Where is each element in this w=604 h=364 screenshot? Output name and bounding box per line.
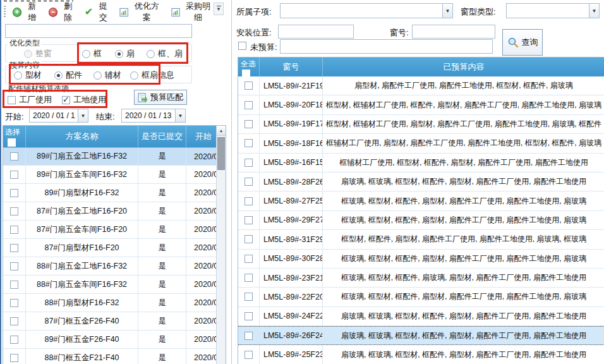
select-all-checkbox[interactable]: [242, 70, 250, 76]
row-select-cell[interactable]: [238, 327, 260, 344]
table-row[interactable]: 89#门框五金F26-F40是2020/0: [3, 331, 226, 349]
row-checkbox[interactable]: [10, 317, 18, 325]
row-select-cell[interactable]: [238, 211, 260, 229]
delete-button[interactable]: − 删除: [44, 0, 80, 25]
table-row[interactable]: 87#门扇五金工地F16-F20是2020/0: [3, 202, 226, 221]
table-row[interactable]: LM5L-89#-22F20框玻璃, 框型材, 框配件, 扇型材, 扇配件工厂使…: [238, 288, 604, 306]
radio-whole-window[interactable]: 整窗: [24, 48, 52, 59]
checkbox-site-use[interactable]: 工地使用: [62, 94, 106, 106]
submit-button[interactable]: ✔ 提交: [80, 0, 115, 25]
row-checkbox[interactable]: [245, 197, 253, 205]
not-budgeted-input[interactable]: [280, 39, 493, 54]
row-select-cell[interactable]: [238, 76, 260, 95]
radio-profile[interactable]: 型材: [14, 70, 42, 81]
row-select-cell[interactable]: [238, 115, 260, 133]
window-type-select[interactable]: ▼: [506, 3, 600, 18]
row-checkbox[interactable]: [245, 312, 253, 320]
table-row[interactable]: 88#门框五金F21-F40是2020/0: [3, 349, 226, 364]
install-pos-input[interactable]: [278, 25, 354, 39]
optimize-plan-button[interactable]: 优化方案: [115, 0, 167, 25]
table-row[interactable]: LM5L-89#-28F26扇玻璃, 框玻璃, 框型材, 框配件, 扇型材, 扇…: [238, 173, 604, 191]
window-no-header[interactable]: 窗号: [260, 58, 323, 76]
row-checkbox[interactable]: [245, 159, 253, 167]
table-row[interactable]: 88#门扇型材F16-F32是2020/0: [3, 294, 226, 312]
table-row[interactable]: LM5L-89#-18F16框辅材工厂使用, 扇型材, 扇配件工厂使用, 扇配件…: [238, 134, 604, 153]
row-select-cell[interactable]: [3, 331, 26, 348]
table-row[interactable]: 87#门框五金F26-F40是2020/0: [3, 312, 226, 331]
toolbar-overflow-button[interactable]: ▼: [214, 3, 224, 15]
row-checkbox[interactable]: [10, 262, 18, 270]
table-row[interactable]: 89#门扇五金工地F16-F32是2020/0: [3, 147, 226, 166]
row-select-cell[interactable]: [3, 221, 26, 238]
row-select-cell[interactable]: [3, 257, 26, 275]
table-row[interactable]: LM5L-89#-19F17框型材, 框辅材工厂使用, 扇型材, 扇配件工厂使用…: [238, 115, 604, 134]
sub-item-select[interactable]: ▼: [280, 3, 453, 18]
query-button[interactable]: 查询: [502, 29, 543, 56]
row-checkbox[interactable]: [10, 244, 18, 252]
row-select-cell[interactable]: [238, 191, 260, 210]
row-checkbox[interactable]: [10, 152, 18, 161]
panel-splitter[interactable]: [231, 0, 232, 364]
row-checkbox[interactable]: [245, 255, 253, 263]
table-row[interactable]: LM5L-89#-26F24扇玻璃, 框玻璃, 框型材, 框配件, 扇型材, 扇…: [238, 326, 604, 345]
table-row[interactable]: 88#门扇五金车间F16-F32是2020/0: [3, 276, 226, 294]
row-select-cell[interactable]: [238, 230, 260, 248]
table-row[interactable]: LM5L-89#-20F18框型材, 框辅材工厂使用, 框配件, 扇型材, 扇配…: [238, 95, 604, 114]
table-row[interactable]: LM5L-89#-23F21框玻璃, 框型材, 框配件, 扇玻璃, 扇型材, 扇…: [238, 269, 604, 288]
chevron-down-icon[interactable]: ▼: [442, 4, 452, 18]
row-select-cell[interactable]: [238, 345, 260, 363]
row-checkbox[interactable]: [245, 120, 253, 128]
plan-grid-scrollbar[interactable]: ▲: [216, 126, 226, 364]
radio-frame-sash-info[interactable]: 框扇信息: [130, 70, 174, 81]
row-select-cell[interactable]: [238, 307, 260, 325]
row-select-cell[interactable]: [3, 184, 26, 202]
scrollbar-thumb[interactable]: [217, 137, 225, 170]
row-checkbox[interactable]: [245, 178, 253, 186]
table-row[interactable]: LM5L-89#-24F22扇玻璃, 框玻璃, 框型材, 框配件, 扇型材, 扇…: [238, 307, 604, 326]
row-checkbox[interactable]: [245, 351, 253, 359]
row-select-cell[interactable]: [238, 154, 260, 172]
not-budgeted-checkbox[interactable]: [238, 42, 246, 50]
row-select-cell[interactable]: [238, 173, 260, 191]
submitted-header[interactable]: 是否已提交: [138, 126, 186, 147]
row-select-cell[interactable]: [3, 276, 26, 293]
row-checkbox[interactable]: [10, 281, 18, 289]
table-row[interactable]: 89#门扇五金车间F16-F32是2020/0: [3, 166, 226, 184]
chevron-down-icon[interactable]: ▼: [78, 109, 88, 122]
row-checkbox[interactable]: [245, 216, 253, 224]
table-row[interactable]: 87#门扇型材F16-F20是2020/0: [3, 239, 226, 257]
radio-frame[interactable]: 框: [82, 48, 102, 59]
row-checkbox[interactable]: [10, 189, 18, 197]
table-row[interactable]: LM5L-89#-29F27框玻璃, 框型材, 框配件, 扇型材, 扇配件工厂使…: [238, 211, 604, 230]
row-checkbox[interactable]: [245, 293, 253, 301]
radio-accessory[interactable]: 配件: [54, 70, 82, 81]
row-select-cell[interactable]: [3, 239, 26, 257]
row-select-cell[interactable]: [3, 166, 26, 183]
row-checkbox[interactable]: [10, 207, 18, 215]
plan-search-input[interactable]: [5, 24, 192, 38]
table-row[interactable]: LM5L-89#-21F19扇型材, 扇配件工厂使用, 扇配件工地使用, 框型材…: [238, 76, 604, 95]
toolbar-grip[interactable]: [4, 6, 6, 18]
chevron-down-icon[interactable]: ▼: [175, 109, 185, 122]
table-row[interactable]: LM5L-89#-30F28框玻璃, 框型材, 框配件, 扇型材, 扇配件工厂使…: [238, 250, 604, 269]
row-select-cell[interactable]: [3, 202, 26, 220]
row-select-cell[interactable]: [238, 95, 260, 114]
row-select-cell[interactable]: [3, 349, 26, 364]
row-checkbox[interactable]: [245, 274, 253, 282]
row-checkbox[interactable]: [10, 299, 18, 307]
row-checkbox[interactable]: [245, 139, 253, 147]
table-row[interactable]: 88#门扇五金工地F16-F32是2020/0: [3, 257, 226, 276]
select-all-checkbox[interactable]: [8, 138, 16, 147]
table-row[interactable]: 89#门扇型材F16-F32是2020/0: [3, 184, 226, 202]
checkbox-factory-use[interactable]: 工厂使用: [8, 94, 52, 106]
table-row[interactable]: LM5L-89#-16F15框辅材工厂使用, 框型材, 框配件, 扇型材, 扇配…: [238, 154, 604, 173]
row-checkbox[interactable]: [10, 354, 18, 362]
window-grid-select-header[interactable]: 全选: [238, 58, 260, 76]
row-checkbox[interactable]: [10, 226, 18, 234]
row-select-cell[interactable]: [3, 148, 26, 165]
row-select-cell[interactable]: [238, 134, 260, 152]
budget-match-button[interactable]: 预算匹配: [134, 90, 187, 105]
radio-sash[interactable]: 扇: [115, 48, 135, 59]
add-button[interactable]: + 新增: [8, 0, 44, 25]
plan-name-header[interactable]: 方案名称: [26, 126, 138, 147]
